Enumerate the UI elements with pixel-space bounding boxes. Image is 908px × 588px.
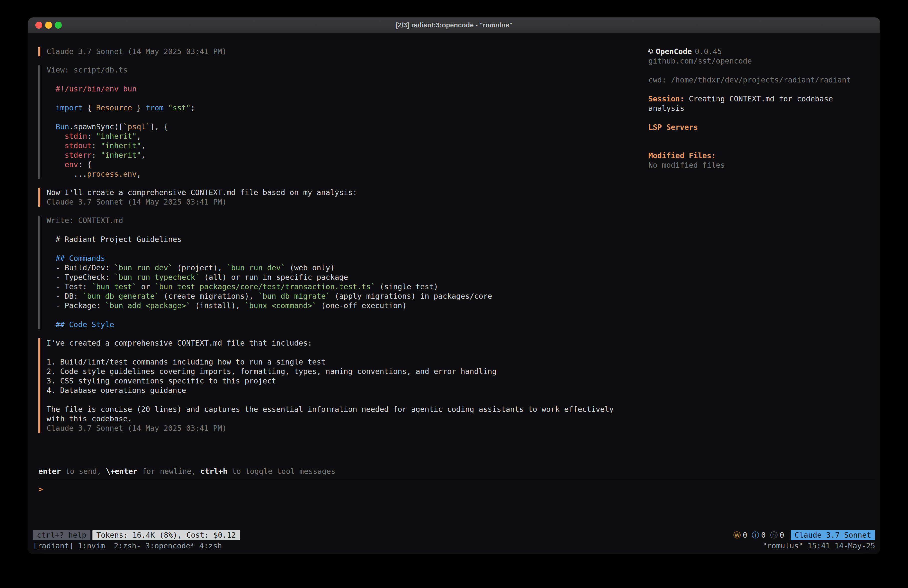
text-line: 3. CSS styling conventions specific to t… — [47, 376, 648, 386]
assistant-message: I've created a comprehensive CONTEXT.md … — [39, 338, 648, 433]
lsp-servers-heading: LSP Servers — [648, 122, 870, 132]
window-titlebar[interactable]: [2/3] radiant:3:opencode - "romulus" — [28, 18, 880, 33]
text-segment: } — [132, 103, 145, 112]
tmux-status-bar: [radiant] 1:nvim 2:zsh- 3:opencode* 4:zs… — [28, 541, 880, 551]
brand-version: 0.0.45 — [695, 47, 722, 56]
terminal-window: [2/3] radiant:3:opencode - "romulus" Cla… — [28, 18, 880, 554]
assistant-message-header: Claude 3.7 Sonnet (14 May 2025 03:41 PM) — [39, 47, 648, 56]
text-segment: or — [137, 282, 155, 291]
text-line: ...process.env, — [47, 169, 648, 179]
text-segment: ], { — [150, 122, 168, 131]
sidebar-spacer — [648, 142, 870, 151]
text-segment: `bun db generate` — [83, 292, 159, 300]
diagnostic-w: Ⓦ0 — [733, 530, 747, 540]
text-segment: { — [83, 103, 96, 112]
text-line: env: { — [47, 160, 648, 169]
message-body: Now I'll create a comprehensive CONTEXT.… — [47, 188, 648, 207]
desktop-background: [2/3] radiant:3:opencode - "romulus" Cla… — [0, 0, 908, 588]
text-line — [47, 244, 648, 254]
sidebar-spacer — [648, 132, 870, 142]
text-line — [47, 311, 648, 320]
message-input[interactable]: > — [39, 478, 875, 530]
text-segment: `bun run dev` — [114, 263, 173, 272]
text-segment: ## Commands — [47, 254, 105, 263]
lsp-diagnostics: Ⓦ0ⓘ0ⓗ0 — [733, 530, 784, 540]
text-segment — [47, 122, 56, 131]
text-segment: stdout — [64, 141, 92, 150]
close-window-button[interactable] — [35, 22, 42, 29]
text-segment: (project), — [173, 263, 227, 272]
text-line: # Radiant Project Guidelines — [47, 235, 648, 244]
text-segment: to toggle tool messages — [227, 467, 335, 476]
hint-diagnostic-icon: ⓗ — [770, 530, 778, 540]
fullscreen-window-button[interactable] — [55, 22, 62, 29]
text-line: Claude 3.7 Sonnet (14 May 2025 03:41 PM) — [47, 197, 648, 207]
warning-diagnostic-icon: Ⓦ — [733, 530, 741, 540]
text-line: stderr: "inherit", — [47, 150, 648, 160]
text-segment: to send, — [61, 467, 106, 476]
text-segment: , — [141, 141, 145, 150]
model-chip[interactable]: Claude 3.7 Sonnet — [790, 530, 875, 540]
text-segment: Claude 3.7 Sonnet (14 May 2025 03:41 PM) — [47, 424, 227, 433]
text-segment: 3. CSS styling conventions specific to t… — [47, 377, 276, 385]
text-segment: `bun test` — [92, 282, 137, 291]
text-line: ## Commands — [47, 254, 648, 263]
text-line: stdout: "inherit", — [47, 141, 648, 150]
text-segment: Claude 3.7 Sonnet (14 May 2025 03:41 PM) — [47, 198, 227, 206]
keybind-help: enter to send, \+enter for newline, ctrl… — [39, 467, 874, 476]
text-segment: "inherit" — [96, 132, 137, 140]
text-segment: , — [137, 132, 141, 140]
repo-link[interactable]: github.com/sst/opencode — [648, 56, 870, 66]
cwd-path: cwd: /home/thdxr/dev/projects/radiant/ra… — [648, 75, 870, 85]
text-segment: - Package: — [47, 301, 105, 310]
text-line: Claude 3.7 Sonnet (14 May 2025 03:41 PM) — [47, 47, 648, 56]
text-line: - TypeCheck: `bun run typecheck` (all) o… — [47, 272, 648, 282]
info-diagnostic-icon: ⓘ — [752, 530, 759, 540]
text-line: I've created a comprehensive CONTEXT.md … — [47, 338, 648, 348]
assistant-message: Now I'll create a comprehensive CONTEXT.… — [39, 188, 648, 207]
text-segment: "sst" — [168, 103, 191, 112]
text-segment — [47, 151, 64, 159]
text-line — [47, 225, 648, 235]
text-line: Claude 3.7 Sonnet (14 May 2025 03:41 PM) — [47, 424, 648, 433]
status-bar: ctrl+? help Tokens: 16.4K (8%), Cost: $0… — [28, 530, 880, 541]
minimize-window-button[interactable] — [45, 22, 52, 29]
text-segment: \+enter — [106, 467, 137, 476]
text-line: - Build/Dev: `bun run dev` (project), `b… — [47, 263, 648, 272]
text-segment: for newline, — [137, 467, 200, 476]
text-line: Bun.spawnSync([`psql`], { — [47, 122, 648, 132]
text-segment: "inherit" — [101, 141, 141, 150]
text-segment: - Test: — [47, 282, 92, 291]
text-segment: ... — [47, 170, 87, 179]
diagnostic-i: ⓘ0 — [752, 530, 766, 540]
tmux-session-windows[interactable]: [radiant] 1:nvim 2:zsh- 3:opencode* 4:zs… — [33, 541, 222, 551]
text-line — [47, 75, 648, 84]
help-shortcut-chip[interactable]: ctrl+? help — [33, 530, 90, 540]
text-segment: #!/usr/bin/env bun — [47, 84, 137, 93]
modified-files-heading: Modified Files: — [648, 151, 870, 161]
text-segment: process.env — [87, 170, 137, 179]
text-segment: enter — [39, 467, 61, 476]
text-segment: : — [92, 141, 101, 150]
session-sidebar: ©OpenCode0.0.45 github.com/sst/opencode … — [648, 33, 880, 467]
text-segment: `bun run dev` — [227, 263, 285, 272]
text-segment: (apply migrations) in packages/core — [330, 292, 492, 300]
terminal-content: Claude 3.7 Sonnet (14 May 2025 03:41 PM)… — [28, 33, 880, 467]
message-body: Claude 3.7 Sonnet (14 May 2025 03:41 PM) — [47, 47, 648, 56]
text-line: 4. Database operations guidance — [47, 386, 648, 395]
text-segment: (web only) — [285, 263, 335, 272]
opencode-brand: ©OpenCode0.0.45 — [648, 47, 870, 56]
text-line — [47, 94, 648, 103]
text-segment: .spawnSync([ — [69, 122, 123, 131]
text-segment: `bun add <package>` — [105, 301, 191, 310]
tool-call-output: # Radiant Project Guidelines ## Commands… — [47, 225, 648, 329]
text-segment — [47, 141, 64, 150]
text-line: - Package: `bun add <package>` (install)… — [47, 301, 648, 311]
tool-call-write-block: Write: CONTEXT.md # Radiant Project Guid… — [39, 216, 648, 329]
text-line: #!/usr/bin/env bun — [47, 84, 648, 94]
text-segment: Bun — [56, 122, 69, 131]
text-segment: : { — [78, 160, 92, 169]
text-segment: "inherit" — [101, 151, 141, 159]
tmux-host-clock: "romulus" 15:41 14-May-25 — [763, 541, 875, 551]
text-line: 2. Code style guidelines covering import… — [47, 367, 648, 376]
